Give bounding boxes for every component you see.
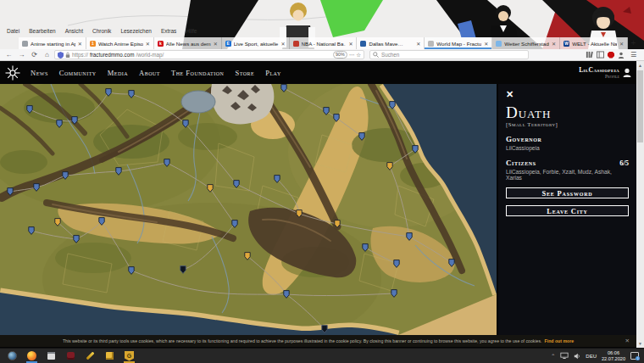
zoom-level-badge[interactable]: 90% xyxy=(333,51,347,59)
tab-close-icon[interactable]: ✕ xyxy=(146,41,150,47)
scrollbar-thumb[interactable] xyxy=(637,70,643,142)
citizens-label: Citizens xyxy=(506,159,536,167)
tab-close-icon[interactable]: ✕ xyxy=(214,41,218,47)
tab-anime-april[interactable]: Anime starting in April 2020 - ✕ xyxy=(19,37,86,49)
territory-title: Duath xyxy=(506,104,629,121)
nav-community[interactable]: Community xyxy=(59,69,97,77)
tab-favicon xyxy=(428,41,434,47)
taskbar-firefox[interactable] xyxy=(26,349,37,363)
action-center-icon[interactable]: 1 xyxy=(630,352,639,360)
panel-close-icon[interactable]: ✕ xyxy=(506,90,514,98)
library-icon[interactable] xyxy=(586,51,593,59)
world-map-container xyxy=(0,84,497,335)
tab-favicon xyxy=(293,41,299,47)
territory-panel: ✕ Duath [Small Territory] Governor LilCa… xyxy=(498,84,636,335)
search-icon xyxy=(373,52,379,58)
address-bar[interactable]: https://fracturedmmo.com/world-map/ 90% … xyxy=(54,50,364,59)
tab-nba[interactable]: NBA - National Ba… ✕ xyxy=(290,37,358,49)
avatar-icon xyxy=(623,68,631,77)
language-indicator[interactable]: DEU xyxy=(586,354,597,359)
see-password-button[interactable]: See Password xyxy=(506,187,629,198)
tab-favicon: W xyxy=(564,41,569,47)
url-domain: fracturedmmo.com xyxy=(90,52,135,58)
tab-world-map-active[interactable]: World Map - Fractured - Th… ✕ xyxy=(425,37,492,49)
cookie-find-out-more-link[interactable]: Find out more xyxy=(545,338,575,343)
lock-icon[interactable] xyxy=(65,52,70,59)
scroll-up-icon[interactable]: ▲ xyxy=(636,61,644,70)
taskbar-media-player[interactable] xyxy=(65,349,76,363)
home-icon[interactable]: ⌂ xyxy=(42,49,53,60)
taskbar-guild-game[interactable]: G xyxy=(124,349,135,363)
territory-type: [Small Territory] xyxy=(506,121,629,127)
nav-the-foundation[interactable]: The Foundation xyxy=(171,69,224,77)
nav-play[interactable]: Play xyxy=(265,69,281,77)
scroll-down-icon[interactable]: ▼ xyxy=(636,339,644,348)
back-icon[interactable]: ← xyxy=(3,49,14,60)
bookmark-star-icon[interactable]: ☆ xyxy=(356,52,361,59)
tab-title: Watch Anime Episodes Onlin… xyxy=(98,41,143,47)
reload-icon[interactable]: ⟳ xyxy=(29,49,40,60)
nav-news[interactable]: News xyxy=(31,69,48,77)
adblock-icon[interactable] xyxy=(608,52,614,59)
nav-about[interactable]: About xyxy=(139,69,160,77)
tab-favicon xyxy=(22,41,28,47)
start-button[interactable] xyxy=(7,349,18,363)
tab-dallas-mavericks[interactable]: Dallas Mave… ✕ xyxy=(357,37,425,49)
page-scrollbar[interactable]: ▲ ▼ xyxy=(636,61,644,348)
screen: Datei Bearbeiten Ansicht Chronik Lesezei… xyxy=(0,0,644,363)
tab-fussball-news[interactable]: k Alle News aus dem Fußball u… ✕ xyxy=(154,37,222,49)
taskbar-pen-tool[interactable] xyxy=(85,349,96,363)
tab-wetter[interactable]: Wetter Schifferstadt | Wetterv… ✕ xyxy=(492,37,560,49)
cookie-close-icon[interactable]: ✕ xyxy=(625,338,630,344)
menu-hamburger-icon[interactable]: ☰ xyxy=(628,49,639,60)
tab-favicon: 1 xyxy=(90,41,96,47)
nav-media[interactable]: Media xyxy=(108,69,128,77)
taskbar-notes[interactable] xyxy=(104,349,115,363)
windows-taskbar: G ⌃ DEU 06:06 22.07.2020 1 xyxy=(0,348,644,363)
tab-close-icon[interactable]: ✕ xyxy=(619,41,624,47)
tab-title: Alle News aus dem Fußball u… xyxy=(166,41,211,47)
search-input[interactable]: Suchen xyxy=(369,50,529,59)
system-clock[interactable]: 06:06 22.07.2020 xyxy=(602,350,625,361)
menu-lesezeichen[interactable]: Lesezeichen xyxy=(120,28,152,34)
menu-extras[interactable]: Extras xyxy=(161,28,176,34)
menu-ansicht[interactable]: Ansicht xyxy=(65,28,83,34)
volume-icon[interactable] xyxy=(574,353,580,360)
account-menu[interactable]: LilCassiopeia Profile xyxy=(579,66,631,79)
forward-icon[interactable]: → xyxy=(16,49,27,60)
nav-store[interactable]: Store xyxy=(235,69,254,77)
account-icon[interactable] xyxy=(618,52,625,59)
taskbar-file-manager[interactable] xyxy=(46,349,57,363)
tab-watch-anime[interactable]: 1 Watch Anime Episodes Onlin… ✕ xyxy=(86,37,154,49)
tab-close-icon[interactable]: ✕ xyxy=(416,41,420,47)
toolbar-right-icons: ☰ xyxy=(586,49,641,60)
account-profile-link[interactable]: Profile xyxy=(579,74,619,79)
date: 22.07.2020 xyxy=(602,356,625,362)
menu-hilfe[interactable]: Hilfe xyxy=(186,28,197,34)
menu-bearbeiten[interactable]: Bearbeiten xyxy=(29,28,55,34)
tab-bar: Anime starting in April 2020 - ✕ 1 Watch… xyxy=(19,37,639,49)
leave-city-button[interactable]: Leave City xyxy=(506,205,629,216)
fractured-logo-icon[interactable] xyxy=(5,65,20,81)
tab-title: World Map - Fractured - Th… xyxy=(436,41,481,47)
url-path: /world-map/ xyxy=(136,52,164,58)
tab-close-icon[interactable]: ✕ xyxy=(484,41,488,47)
browser-menubar: Datei Bearbeiten Ansicht Chronik Lesezei… xyxy=(7,28,197,34)
tab-close-icon[interactable]: ✕ xyxy=(348,41,353,47)
tab-close-icon[interactable]: ✕ xyxy=(78,41,82,47)
network-icon[interactable] xyxy=(560,352,569,360)
world-map[interactable] xyxy=(0,84,497,335)
cookie-banner: This website or its third party tools us… xyxy=(0,335,636,347)
tab-close-icon[interactable]: ✕ xyxy=(281,41,286,47)
tracking-shield-icon[interactable] xyxy=(58,52,64,59)
notes-icon xyxy=(106,352,114,360)
page-actions-icon[interactable]: ⋯ xyxy=(349,52,355,59)
menu-chronik[interactable]: Chronik xyxy=(92,28,111,34)
sidebar-toggle-icon[interactable] xyxy=(597,51,604,59)
new-tab-button[interactable]: + xyxy=(628,37,639,49)
tray-expand-icon[interactable]: ⌃ xyxy=(551,353,555,359)
menu-datei[interactable]: Datei xyxy=(7,28,19,34)
tab-close-icon[interactable]: ✕ xyxy=(552,41,556,47)
tab-welt-nachrichten[interactable]: W WELT - Aktuelle Nachrichten… ✕ xyxy=(560,37,628,49)
tab-live-sport[interactable]: E Live Sport, aktuelle … ✕ xyxy=(222,37,290,49)
